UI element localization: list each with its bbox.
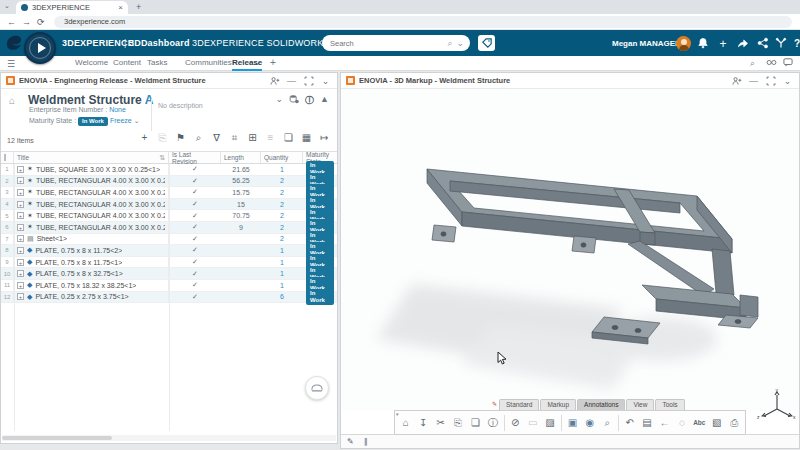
expand-row-button[interactable]: + [17,212,24,219]
part-title[interactable]: TUBE, RECTANGULAR 4.00 X 3.00 X 0.25<5> [36,201,165,208]
expand-row-button[interactable]: + [17,166,24,173]
rectangle-icon[interactable]: ▭ [526,415,539,430]
reload-icon[interactable]: ⟳ [37,17,45,27]
expand-row-button[interactable]: + [17,177,24,184]
insert-existing-icon[interactable]: ⊞ [246,131,259,144]
app-title[interactable]: 3DDashboard [129,38,190,48]
markup-tab-view[interactable]: View [626,399,654,410]
fullscreen-icon[interactable]: ❏ [282,131,295,144]
search-input[interactable] [328,38,443,49]
widget-menu-chevron-icon[interactable]: ⌄ [781,75,794,87]
3d-viewport[interactable] [342,89,799,411]
apps-icon[interactable] [774,37,788,51]
tab-communities[interactable]: Communities [185,58,232,67]
add-icon[interactable]: + [716,37,730,51]
part-title[interactable]: TUBE, RECTANGULAR 4.00 X 3.00 X 0.25<4> [36,212,165,219]
ein-value[interactable]: None [109,106,126,113]
part-title[interactable]: TUBE, RECTANGULAR 4.00 X 3.00 X 0.25<10> [36,224,165,231]
tag-button[interactable] [478,35,495,51]
part-title[interactable]: TUBE, RECTANGULAR 4.00 X 3.00 X 0.25<7> [36,177,165,184]
note-icon[interactable]: ▤ [640,415,653,430]
compass-icon[interactable] [24,32,56,64]
home-icon[interactable]: ⌂ [399,415,412,430]
expand-row-button[interactable]: + [17,259,24,266]
text-icon[interactable]: Abc [693,415,706,430]
add-icon[interactable]: + [138,131,151,144]
pen-icon[interactable]: ✎ [347,437,354,446]
maximize-icon[interactable] [302,75,315,87]
assign-user-icon[interactable] [268,75,281,87]
column-title[interactable]: Title⇅ [14,152,169,163]
tab-release[interactable]: Release [232,58,262,71]
scrollbar-thumb[interactable] [2,436,112,440]
expand-row-button[interactable]: + [17,224,24,231]
quantity-value[interactable]: 2 [261,210,303,221]
expand-row-button[interactable]: + [17,189,24,196]
next-state-action[interactable]: Freeze [110,117,132,124]
forward-icon[interactable]: → [22,17,31,27]
markup-tab-annotations[interactable]: Annotations [577,399,625,410]
quantity-value[interactable]: 1 [261,268,303,279]
part-title[interactable]: PLATE, 0.75 x 8 x 11.75<1> [35,259,122,266]
find-icon[interactable]: ⌕ [192,131,205,144]
markup-tab-markup[interactable]: Markup [540,399,576,410]
chat-icon[interactable] [783,58,793,69]
back-icon[interactable]: ← [7,17,16,27]
quantity-value[interactable]: 2 [261,199,303,210]
minimize-icon[interactable]: — [285,75,298,87]
part-title[interactable]: PLATE, 0.75 x 8 x 11.75<2> [35,247,122,254]
export-icon[interactable]: ↦ [318,131,331,144]
select-all-checkbox[interactable] [4,154,6,161]
floating-action-button[interactable] [305,376,329,400]
quantity-value[interactable]: 1 [261,164,303,175]
part-title[interactable]: PLATE, 0.25 x 2.75 x 3.75<1> [35,293,128,300]
expand-row-button[interactable]: + [17,293,24,300]
help-icon[interactable]: ? [790,37,800,51]
tab-content[interactable]: Content [113,58,141,67]
screenshot-icon[interactable]: ▣ [566,415,579,430]
avatar[interactable] [676,36,691,51]
hatch-icon[interactable]: ▨ [543,415,556,430]
toolbar-collapse-chevron-icon[interactable]: ▾ [396,411,399,417]
part-title[interactable]: TUBE, SQUARE 3.00 X 3.00 X 0.25<1> [36,166,160,173]
notifications-icon[interactable] [696,37,710,51]
close-tab-icon[interactable]: × [118,3,123,12]
add-tab-button[interactable]: + [270,57,276,68]
menu-icon[interactable]: ☰ [7,59,15,69]
minimize-icon[interactable]: — [747,75,760,87]
column-quantity[interactable]: Quantity [261,152,303,163]
maturity-badge[interactable]: In Work [306,289,334,305]
maximize-icon[interactable] [764,75,777,87]
quantity-value[interactable]: 2 [261,222,303,233]
info-icon[interactable]: ⓘ [486,415,499,430]
paste-icon[interactable]: ⎘ [156,131,169,144]
part-title[interactable]: TUBE, RECTANGULAR 4.00 X 3.00 X 0.25<6> [36,189,165,196]
quantity-value[interactable]: 1 [261,245,303,256]
search-options-chevron-icon[interactable]: ⌄ [456,38,464,48]
camera-icon[interactable]: ◉ [583,415,596,430]
widget-menu-chevron-icon[interactable]: ⌄ [319,75,332,87]
paste-icon[interactable]: ❏ [469,415,482,430]
revision-label[interactable]: A [145,93,154,107]
page-search-icon[interactable]: ⌕ [750,58,755,69]
print-icon[interactable]: ⎙ [727,415,740,430]
delete-markup-icon[interactable]: ⊘ [508,415,521,430]
assign-user-icon[interactable] [730,75,743,87]
info-icon[interactable]: ⓘ [305,94,314,107]
save-icon[interactable]: ↧ [416,415,429,430]
part-title[interactable]: PLATE, 0.75 x 18.32 x 38.25<1> [35,282,136,289]
title-chevron-icon[interactable]: ⌄ [276,94,284,107]
search-icon[interactable]: ⌕ [447,38,452,49]
home-icon[interactable]: ⌂ [9,95,15,106]
horizontal-scrollbar[interactable] [2,435,336,441]
copy-icon[interactable]: ⎘ [451,415,464,430]
data-source-icon[interactable] [289,94,299,107]
attach-icon[interactable]: ↶ [623,415,636,430]
new-tab-button[interactable]: + [136,2,141,12]
expand-row-button[interactable]: + [17,235,24,242]
arrow-icon[interactable]: ← [658,415,671,430]
url-field[interactable]: 3dexperience.com [54,16,792,28]
cut-icon[interactable]: ✂ [434,415,447,430]
quantity-value[interactable]: 2 [261,176,303,187]
browser-tab[interactable]: 3DEXPERIENCE × [16,1,128,14]
